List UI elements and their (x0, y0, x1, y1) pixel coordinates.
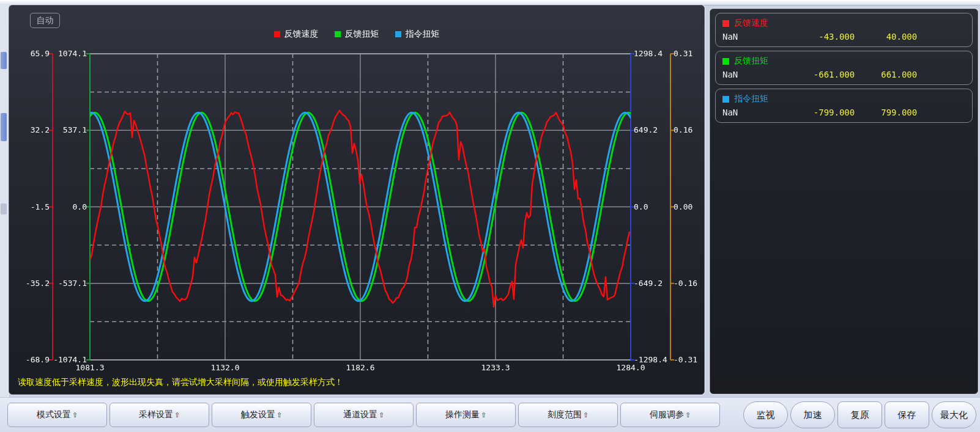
channel-swatch-icon (722, 20, 729, 27)
popup-arrow-icon: ⇧ (72, 411, 78, 419)
dock-handle[interactable] (1, 113, 7, 141)
channel-stats-panel: 反馈速度NaN-43.00040.000反馈扭矩NaN-661.000661.0… (710, 9, 978, 394)
menu-button-6[interactable]: 伺服调参⇧ (620, 403, 720, 427)
menu-button-label: 伺服调参 (650, 409, 684, 420)
waveform-scope-panel: 65.932.2-1.5-35.2-68.91074.1537.10.0-537… (9, 5, 705, 395)
menu-button-4[interactable]: 操作测量⇧ (416, 403, 516, 427)
channel-min-value: -661.000 (792, 70, 855, 79)
waveform-plot[interactable] (9, 5, 704, 394)
popup-arrow-icon: ⇧ (379, 411, 384, 419)
popup-arrow-icon: ⇧ (481, 411, 486, 419)
channel-swatch-icon (722, 96, 729, 103)
servo-oscilloscope-app: 65.932.2-1.5-35.2-68.91074.1537.10.0-537… (0, 0, 980, 432)
action-button-1[interactable]: 加速 (790, 401, 835, 428)
popup-arrow-icon: ⇧ (685, 411, 691, 419)
popup-arrow-icon: ⇧ (174, 411, 180, 419)
menu-button-label: 模式设置 (37, 409, 71, 420)
menu-button-label: 通道设置 (343, 409, 377, 420)
left-dock-strip[interactable] (0, 5, 9, 432)
auto-scale-button[interactable]: 自动 (30, 13, 60, 28)
action-button-0[interactable]: 监视 (743, 401, 788, 428)
action-button-4[interactable]: 最大化 (932, 401, 976, 428)
channel-min-value: -799.000 (792, 108, 855, 117)
popup-arrow-icon: ⇧ (583, 411, 588, 419)
menu-button-3[interactable]: 通道设置⇧ (314, 403, 414, 427)
action-button-group: 监视加速复原保存最大化 (743, 401, 976, 428)
channel-min-value: -43.000 (792, 32, 855, 42)
menu-button-0[interactable]: 模式设置⇧ (7, 403, 107, 427)
channel-name: 反馈速度 (734, 18, 768, 29)
dock-handle (1, 203, 7, 214)
channel-name: 指令扭矩 (734, 93, 768, 104)
menu-button-1[interactable]: 采样设置⇧ (110, 403, 209, 427)
channel-swatch-icon (722, 58, 729, 65)
menu-button-label: 操作测量 (445, 409, 480, 420)
bottom-toolbar: 模式设置⇧采样设置⇧触发设置⇧通道设置⇧操作测量⇧刻度范围⇧伺服调参⇧ 监视加速… (0, 397, 980, 432)
menu-button-label: 刻度范围 (548, 409, 582, 420)
channel-name: 反馈扭矩 (734, 56, 768, 67)
channel-max-value: 40.000 (855, 32, 917, 42)
channel-box-1[interactable]: 反馈扭矩NaN-661.000661.000 (715, 51, 973, 85)
menu-button-2[interactable]: 触发设置⇧ (212, 403, 311, 427)
channel-max-value: 661.000 (855, 70, 917, 79)
channel-current-value: NaN (722, 32, 792, 42)
channel-current-value: NaN (722, 108, 792, 117)
menu-button-5[interactable]: 刻度范围⇧ (518, 403, 618, 427)
menu-button-label: 触发设置 (241, 409, 275, 420)
channel-box-0[interactable]: 反馈速度NaN-43.00040.000 (715, 13, 973, 47)
channel-current-value: NaN (722, 70, 792, 79)
channel-box-2[interactable]: 指令扭矩NaN-799.000799.000 (715, 89, 973, 123)
dock-handle[interactable] (1, 52, 7, 69)
sampling-warning-text: 读取速度低于采样速度，波形出现失真，请尝试增大采样间隔，或使用触发采样方式！ (18, 377, 343, 388)
settings-menu-group: 模式设置⇧采样设置⇧触发设置⇧通道设置⇧操作测量⇧刻度范围⇧伺服调参⇧ (7, 403, 720, 427)
popup-arrow-icon: ⇧ (277, 411, 282, 419)
channel-max-value: 799.000 (855, 108, 917, 117)
action-button-3[interactable]: 保存 (885, 401, 929, 428)
menu-button-label: 采样设置 (139, 409, 173, 420)
action-button-2[interactable]: 复原 (837, 401, 882, 428)
